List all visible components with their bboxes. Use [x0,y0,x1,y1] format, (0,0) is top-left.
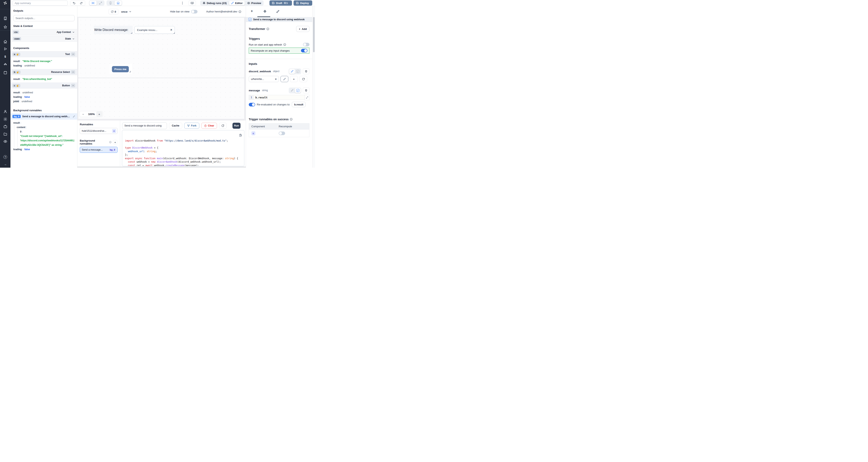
sidebar-item-help[interactable]: ? [3,155,7,159]
pencil-icon[interactable] [73,115,75,118]
copy-code-icon[interactable] [239,134,242,137]
static-mode-button[interactable] [289,88,295,93]
text-component[interactable]: Write Discord message: [94,26,133,34]
sidebar-item-favorites[interactable] [3,25,7,29]
tab-settings[interactable] [263,10,267,13]
recompute-toggle[interactable] [301,49,307,53]
deploy-button[interactable]: Deploy [293,0,312,6]
info-icon[interactable] [283,43,286,46]
output-row-ctx[interactable]: ctx App Context [10,29,77,35]
refresh-resource-button[interactable] [299,76,307,82]
runnable-item[interactable]: hub/1511/discord/se... c [80,128,118,134]
resource-select-component[interactable]: Example resou...× [134,26,175,34]
press-me-button[interactable]: Press me [112,66,129,72]
sidebar-item-apps[interactable] [3,16,7,20]
mobile-view-button[interactable] [107,1,114,5]
draft-button[interactable]: Draft⌘S [270,0,292,6]
prop-key: jobId [13,99,20,104]
sidebar-item-workers[interactable] [3,125,7,129]
centered-layout-button[interactable] [89,1,97,5]
collapse-rail-button[interactable]: → [3,162,7,166]
canvas-column: 0 once Hide bar on view Author henri@win… [78,6,246,168]
code-editor[interactable]: import discordwebhook from "https://deno… [122,130,244,166]
info-icon[interactable] [267,28,269,30]
info-icon[interactable] [290,118,292,121]
hide-bar-toggle[interactable] [191,10,197,13]
runnable-name-input[interactable] [122,123,167,129]
sidebar-item-schedules[interactable] [3,70,7,74]
error-string-line: "Could not interpret "{'webhook_url': [20,134,74,138]
resize-handle[interactable] [129,71,131,72]
more-menu-button[interactable]: ⋮ [180,0,185,6]
add-background-runnable-button[interactable]: + [113,140,118,144]
app-summary-input[interactable] [12,1,68,6]
recompute-row-toggle[interactable] [279,132,285,135]
static-mode-button[interactable] [289,69,295,74]
clear-resource-icon[interactable]: × [275,77,277,81]
interval-dropdown[interactable]: once [121,9,132,14]
component-row-c[interactable]: c☝ Button [10,82,77,89]
collapse-c-button[interactable] [71,84,75,87]
clear-button[interactable]: Clear [201,123,217,129]
connect-input-button[interactable] [303,68,309,74]
run-on-start-toggle[interactable] [303,43,309,46]
add-transformer-button[interactable]: +Add [296,26,309,32]
resource-picker[interactable]: u/henri/te... × [249,76,279,82]
horizontal-scrollbar[interactable] [78,166,246,168]
collapse-b-button[interactable] [71,70,75,74]
chevron-down-icon[interactable] [72,38,75,40]
collapse-a-button[interactable] [71,53,75,56]
vertical-scrollbar[interactable] [312,6,315,168]
expression-mode-button[interactable]: f [295,88,301,93]
connect-input-button[interactable] [303,87,309,93]
zoom-out-button[interactable]: − [80,112,87,116]
tab-styling[interactable] [276,10,279,13]
resize-handle[interactable] [174,32,175,34]
background-runnable-item[interactable]: Send a message... bg_0 [80,147,118,153]
debug-runs-button[interactable]: Debug runs (23) [200,1,229,5]
expand-editor-button[interactable] [305,95,309,100]
sidebar-item-folders[interactable] [3,132,7,136]
undo-button[interactable] [70,1,78,6]
expression-editor[interactable]: 1 b.result [249,95,309,100]
reeval-toggle[interactable] [249,103,255,106]
info-icon[interactable] [239,10,241,13]
refresh-count-button[interactable]: 0 [108,9,119,14]
tab-editor[interactable]: Editor [229,1,245,5]
add-resource-button[interactable]: + [290,76,298,82]
output-row-state[interactable]: state State [10,36,77,42]
resize-handle[interactable] [131,32,132,34]
sidebar-item-runs[interactable] [3,47,7,51]
edit-resource-button[interactable] [280,76,288,82]
sidebar-item-audit[interactable] [3,139,7,143]
sidebar-item-home[interactable] [3,39,7,43]
docs-button[interactable] [188,1,196,6]
expression-mode-button[interactable]: f [295,69,301,74]
component-row-a[interactable]: a☝ Text [10,51,77,57]
sidebar-item-variables[interactable]: $ [3,55,7,59]
zoom-in-button[interactable]: + [96,111,102,117]
tab-insert[interactable]: + [251,9,253,13]
sidebar-item-resources[interactable] [3,63,7,67]
prop-key: loading [13,95,23,99]
chevron-down-icon[interactable] [72,31,75,34]
fullscreen-layout-button[interactable] [97,1,104,5]
run-button[interactable]: Run [232,123,241,129]
reeval-target-chip[interactable]: b.result [292,102,306,107]
fork-button[interactable]: Fork [184,123,199,129]
cache-button[interactable]: Cache [169,123,182,129]
app-canvas[interactable]: Write Discord message: Example resou...×… [79,18,244,119]
sidebar-item-users[interactable] [3,109,7,113]
sidebar-item-settings[interactable] [3,117,7,121]
windmill-logo[interactable] [0,0,10,6]
desktop-view-button[interactable] [115,1,122,5]
component-row-b[interactable]: b☝ Resource Select [10,69,77,75]
reload-code-button[interactable] [219,123,227,129]
search-outputs-input[interactable] [13,15,74,21]
scrollbar-thumb[interactable] [313,17,315,52]
clear-selection-icon[interactable]: × [170,28,172,32]
redo-button[interactable] [78,1,85,6]
tab-preview[interactable]: Preview [245,1,263,5]
button-component-cell[interactable]: Press me [110,64,132,74]
background-runnable-row[interactable]: bg_0 Send a message to discord using web… [10,113,77,120]
